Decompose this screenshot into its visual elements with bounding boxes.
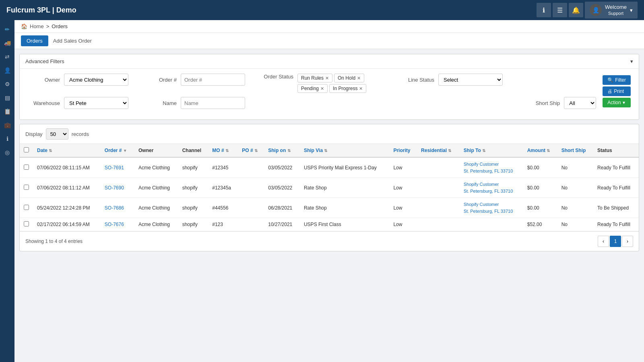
row-mo: #44556 (208, 198, 238, 218)
tag-on-hold-remove[interactable]: ✕ (357, 76, 361, 81)
row-order-link[interactable]: SO-7686 (101, 198, 134, 218)
row-order-link[interactable]: SO-7691 (101, 157, 134, 178)
row-checkbox-cell (20, 178, 33, 198)
ship-to-link[interactable]: Shopify CustomerSt. Petersburg, FL 33710 (464, 202, 513, 214)
shipvia-sort-icon: ⇅ (324, 148, 327, 153)
add-sales-order-btn[interactable]: Add Sales Order (53, 35, 92, 46)
row-priority: Low (389, 198, 417, 218)
row-checkbox-0[interactable] (24, 165, 29, 170)
order-num-input[interactable] (181, 74, 245, 86)
line-status-select[interactable]: Select (438, 74, 503, 86)
col-date[interactable]: Date ⇅ (33, 144, 101, 158)
user-menu-btn[interactable]: 👤 WelcomeSupport ▾ (585, 2, 638, 19)
sidebar-item-settings[interactable]: ⚙ (1, 78, 13, 90)
filter-button[interactable]: 🔍 Filter (603, 75, 631, 85)
sidebar-item-grid[interactable]: ▤ (1, 92, 13, 104)
page-header: Orders Add Sales Order (14, 33, 644, 49)
breadcrumb-separator: > (46, 23, 50, 29)
name-label: Name (144, 100, 177, 106)
row-shipon: 03/05/2022 (264, 157, 300, 178)
tag-on-hold[interactable]: On Hold ✕ (334, 74, 364, 82)
status-tags-container: Run Rules ✕ On Hold ✕ Pending (297, 74, 386, 93)
tag-in-progress[interactable]: In Progress ✕ (329, 84, 366, 93)
row-channel: shopify (178, 178, 208, 198)
col-po[interactable]: PO # ⇅ (238, 144, 264, 158)
sidebar-item-transfer[interactable]: ⇄ (1, 51, 13, 63)
row-amount: $0.00 (523, 157, 557, 178)
bell-icon-btn[interactable]: 🔔 (569, 3, 583, 17)
name-input[interactable] (181, 97, 245, 109)
page-1-btn[interactable]: 1 (610, 236, 621, 247)
display-select[interactable]: 50 25 100 (46, 128, 68, 140)
breadcrumb-current: Orders (52, 23, 68, 29)
prev-page-btn[interactable]: ‹ (598, 236, 609, 247)
ship-to-link[interactable]: Shopify CustomerSt. Petersburg, FL 33710 (464, 162, 513, 173)
col-shipvia[interactable]: Ship Via ⇅ (300, 144, 389, 158)
row-checkbox-3[interactable] (24, 221, 29, 226)
tag-in-progress-remove[interactable]: ✕ (359, 86, 363, 91)
col-priority[interactable]: Priority (389, 144, 417, 158)
next-page-btn[interactable]: › (622, 236, 633, 247)
print-button[interactable]: 🖨 Print (603, 86, 631, 96)
orders-tab[interactable]: Orders (21, 35, 48, 46)
sidebar-item-briefcase[interactable]: 💼 (1, 119, 13, 131)
tag-run-rules[interactable]: Run Rules ✕ (297, 74, 332, 82)
sidebar-item-user[interactable]: 👤 (1, 64, 13, 76)
short-ship-select[interactable]: All (564, 97, 596, 109)
filter-group-warehouse: Warehouse St Pete (28, 97, 128, 109)
row-amount: $0.00 (523, 198, 557, 218)
info-icon-btn[interactable]: ℹ (537, 3, 551, 17)
row-shipto (460, 218, 523, 231)
action-button[interactable]: Action ▾ (603, 98, 631, 107)
owner-select[interactable]: Acme Clothing (64, 74, 128, 86)
row-residential (417, 198, 460, 218)
col-shortship[interactable]: Short Ship (557, 144, 593, 158)
col-shipon[interactable]: Ship on ⇅ (264, 144, 300, 158)
ship-to-link[interactable]: Shopify CustomerSt. Petersburg, FL 33710 (464, 182, 513, 193)
table-header-row: Date ⇅ Order # ▼ Owner Channel MO # ⇅ PO… (20, 144, 639, 158)
filters-body: Owner Acme Clothing Order # Order Statu (20, 68, 639, 119)
row-mo: #12345a (208, 178, 238, 198)
col-order[interactable]: Order # ▼ (101, 144, 134, 158)
tag-pending-remove[interactable]: ✕ (320, 86, 324, 91)
row-status: Ready To Fulfill (593, 178, 639, 198)
row-checkbox-2[interactable] (24, 205, 29, 210)
row-shipon: 03/05/2022 (264, 178, 300, 198)
sidebar-item-circle[interactable]: ◎ (1, 146, 13, 158)
row-order-link[interactable]: SO-7676 (101, 218, 134, 231)
menu-icon-btn[interactable]: ☰ (553, 3, 567, 17)
col-residential[interactable]: Residential ⇅ (417, 144, 460, 158)
row-residential (417, 218, 460, 231)
row-date: 07/06/2022 08:11:12 AM (33, 178, 101, 198)
sidebar-item-clipboard[interactable]: 📋 (1, 105, 13, 117)
tag-run-rules-label: Run Rules (301, 75, 324, 81)
orders-table: Date ⇅ Order # ▼ Owner Channel MO # ⇅ PO… (20, 144, 639, 231)
order-status-label: Order Status (261, 74, 293, 80)
filters-panel: Advanced Filters ▾ Owner Acme Clothing (19, 54, 639, 120)
col-shipto[interactable]: Ship To ⇅ (460, 144, 523, 158)
warehouse-label: Warehouse (28, 100, 60, 106)
tag-pending[interactable]: Pending ✕ (297, 84, 328, 93)
row-checkbox-1[interactable] (24, 185, 29, 190)
chevron-down-icon: ▾ (630, 7, 633, 13)
row-order-link[interactable]: SO-7690 (101, 178, 134, 198)
date-sort-icon: ⇅ (49, 148, 52, 153)
breadcrumb-home[interactable]: Home (30, 23, 44, 29)
row-shipon: 10/27/2021 (264, 218, 300, 231)
sidebar-item-edit[interactable]: ✏ (1, 23, 13, 35)
filter-group-short-ship: Short Ship All (528, 97, 596, 109)
select-all-checkbox[interactable] (24, 147, 29, 152)
row-priority: Low (389, 178, 417, 198)
col-mo[interactable]: MO # ⇅ (208, 144, 238, 158)
print-icon: 🖨 (607, 88, 612, 94)
row-shortship: No (557, 218, 593, 231)
col-amount[interactable]: Amount ⇅ (523, 144, 557, 158)
sidebar-item-truck[interactable]: 🚚 (1, 37, 13, 49)
row-status: Ready To Fulfill (593, 218, 639, 231)
filters-header[interactable]: Advanced Filters ▾ (20, 54, 639, 68)
row-shipto: Shopify CustomerSt. Petersburg, FL 33710 (460, 198, 523, 218)
table-footer: Showing 1 to 4 of 4 entries ‹ 1 › (20, 231, 639, 251)
sidebar-item-info[interactable]: ℹ (1, 133, 13, 145)
tag-run-rules-remove[interactable]: ✕ (325, 76, 329, 81)
warehouse-select[interactable]: St Pete (64, 97, 128, 109)
